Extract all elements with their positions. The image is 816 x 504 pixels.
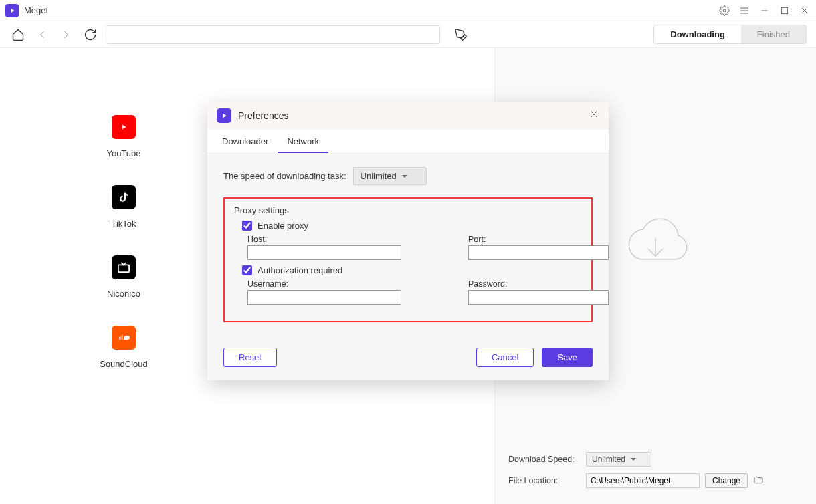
home-icon[interactable] <box>9 26 27 43</box>
speed-select[interactable]: Unlimited <box>353 167 427 185</box>
app-logo-icon <box>5 4 19 17</box>
enable-proxy-label: Enable proxy <box>258 221 308 231</box>
username-label: Username: <box>247 279 401 289</box>
settings-gear-icon[interactable] <box>718 5 730 17</box>
save-button[interactable]: Save <box>542 348 593 367</box>
youtube-icon <box>112 115 136 139</box>
username-input[interactable] <box>247 290 401 305</box>
site-tile-youtube[interactable]: YouTube <box>87 115 161 158</box>
file-location-input[interactable] <box>586 473 700 488</box>
dialog-footer: Reset Cancel Save <box>207 336 609 380</box>
minimize-icon[interactable] <box>758 5 771 17</box>
tab-finished[interactable]: Finished <box>741 25 806 43</box>
app-logo-icon <box>217 108 231 123</box>
url-input[interactable] <box>106 25 440 44</box>
maximize-icon[interactable] <box>779 5 791 17</box>
change-button[interactable]: Change <box>705 473 748 488</box>
dialog-header: Preferences <box>207 102 609 130</box>
site-label: SoundCloud <box>100 359 148 369</box>
svg-rect-5 <box>781 7 787 13</box>
close-icon[interactable] <box>799 5 811 17</box>
download-speed-select[interactable]: Unlimited <box>586 452 651 467</box>
toolbar: Downloading Finished <box>0 21 816 48</box>
enable-proxy-checkbox[interactable] <box>242 221 252 231</box>
app-title: Meget <box>24 5 718 15</box>
titlebar: Meget <box>0 0 816 21</box>
preferences-dialog: Preferences Downloader Network The speed… <box>207 102 609 380</box>
password-label: Password: <box>468 279 609 289</box>
forward-icon[interactable] <box>58 26 75 43</box>
dialog-title: Preferences <box>238 110 582 121</box>
folder-icon[interactable] <box>753 475 764 487</box>
tab-downloader[interactable]: Downloader <box>213 130 278 153</box>
svg-rect-10 <box>118 265 129 272</box>
tab-downloading[interactable]: Downloading <box>654 25 741 43</box>
cloud-download-icon <box>619 214 692 277</box>
dialog-body: The speed of downloading task: Unlimited… <box>207 154 609 336</box>
auth-required-checkbox[interactable] <box>242 265 252 275</box>
close-dialog-icon[interactable] <box>589 109 599 122</box>
tab-network[interactable]: Network <box>278 130 328 153</box>
tiktok-icon <box>112 185 136 209</box>
site-label: YouTube <box>106 148 140 158</box>
file-location-label: File Location: <box>508 476 581 485</box>
password-input[interactable] <box>468 290 609 305</box>
speed-label: The speed of downloading task: <box>223 171 346 181</box>
host-input[interactable] <box>247 245 401 260</box>
dialog-tabs: Downloader Network <box>207 130 609 154</box>
cancel-button[interactable]: Cancel <box>476 348 534 367</box>
reset-button[interactable]: Reset <box>223 348 277 367</box>
site-tile-soundcloud[interactable]: SoundCloud <box>87 326 161 369</box>
niconico-icon <box>112 255 136 279</box>
back-icon[interactable] <box>33 26 51 43</box>
port-input[interactable] <box>468 245 609 260</box>
right-footer: Download Speed: Unlimited File Location:… <box>495 443 816 504</box>
proxy-legend: Proxy settings <box>234 205 582 215</box>
site-label: Niconico <box>107 289 140 299</box>
svg-point-0 <box>723 9 726 12</box>
soundcloud-icon <box>112 326 136 350</box>
port-label: Port: <box>468 235 609 244</box>
download-speed-label: Download Speed: <box>508 455 581 464</box>
site-tile-tiktok[interactable]: TikTok <box>87 185 161 229</box>
download-tabs: Downloading Finished <box>653 25 807 44</box>
reload-icon[interactable] <box>82 26 99 43</box>
site-tile-niconico[interactable]: Niconico <box>87 255 161 299</box>
host-label: Host: <box>247 235 401 244</box>
auth-required-label: Authorization required <box>258 265 342 275</box>
menu-icon[interactable] <box>738 5 750 17</box>
proxy-settings-box: Proxy settings Enable proxy Host: Port: <box>223 197 593 322</box>
site-label: TikTok <box>111 219 136 229</box>
brush-icon[interactable] <box>452 26 470 43</box>
